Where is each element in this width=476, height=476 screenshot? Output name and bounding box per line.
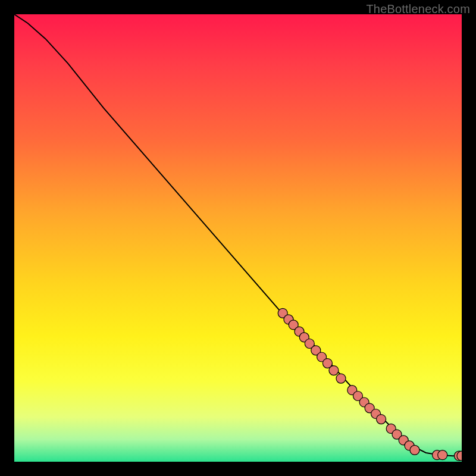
data-point — [438, 450, 447, 460]
chart-stage: TheBottleneck.com — [0, 0, 476, 476]
gradient-background — [14, 14, 462, 462]
chart-svg — [0, 0, 476, 476]
attribution-label: TheBottleneck.com — [366, 2, 470, 16]
data-point — [336, 374, 346, 383]
data-point — [377, 415, 386, 424]
data-point — [410, 445, 419, 455]
data-point — [457, 451, 466, 461]
data-point — [329, 366, 339, 375]
